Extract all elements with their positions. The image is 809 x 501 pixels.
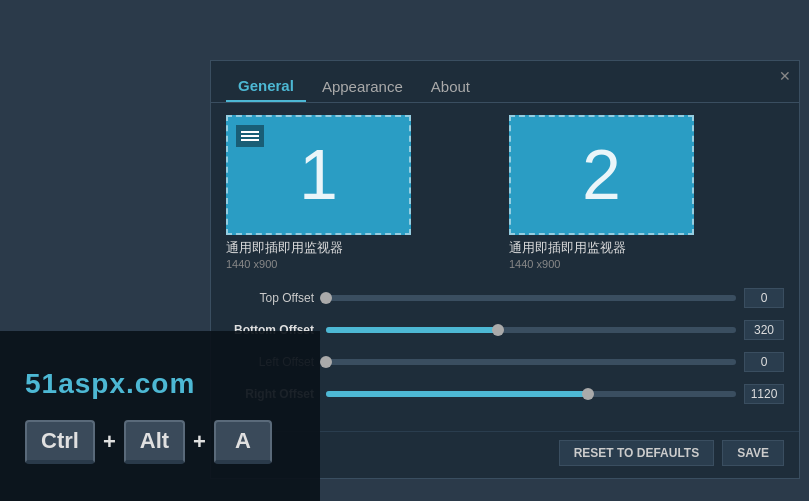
key-ctrl: Ctrl bbox=[25, 420, 95, 464]
tab-appearance[interactable]: Appearance bbox=[310, 72, 415, 101]
key-alt: Alt bbox=[124, 420, 185, 464]
monitor-sublabel-1: 1440 x900 bbox=[226, 258, 501, 270]
plus-sign-1: + bbox=[103, 429, 116, 455]
slider-value-right: 1120 bbox=[744, 384, 784, 404]
slider-track-top[interactable] bbox=[326, 295, 736, 301]
monitor-label-1: 通用即插即用监视器 bbox=[226, 239, 501, 257]
plus-sign-2: + bbox=[193, 429, 206, 455]
shortcut-row: Ctrl + Alt + A bbox=[25, 420, 272, 464]
monitor-number-2: 2 bbox=[582, 135, 621, 215]
tab-about[interactable]: About bbox=[419, 72, 482, 101]
slider-row-top: Top Offset 0 bbox=[226, 288, 784, 308]
monitor-row: 1 通用即插即用监视器 1440 x900 2 通用即插即用监视器 1440 x… bbox=[226, 115, 784, 270]
monitor-preview-1[interactable]: 1 bbox=[226, 115, 411, 235]
overlay-panel: 51aspx.com Ctrl + Alt + A bbox=[0, 331, 320, 501]
slider-track-left[interactable] bbox=[326, 359, 736, 365]
slider-value-bottom: 320 bbox=[744, 320, 784, 340]
close-icon[interactable]: ✕ bbox=[779, 69, 791, 83]
monitor-sublabel-2: 1440 x900 bbox=[509, 258, 784, 270]
tab-bar: General Appearance About ✕ bbox=[211, 61, 799, 103]
monitor-list-icon bbox=[236, 125, 264, 147]
monitor-item-2: 2 通用即插即用监视器 1440 x900 bbox=[509, 115, 784, 270]
slider-value-left: 0 bbox=[744, 352, 784, 372]
slider-track-right[interactable] bbox=[326, 391, 736, 397]
monitor-preview-2[interactable]: 2 bbox=[509, 115, 694, 235]
slider-value-top: 0 bbox=[744, 288, 784, 308]
save-button[interactable]: SAVE bbox=[722, 440, 784, 466]
watermark-label: 51aspx.com bbox=[25, 368, 195, 400]
tab-general[interactable]: General bbox=[226, 71, 306, 102]
monitor-item-1: 1 通用即插即用监视器 1440 x900 bbox=[226, 115, 501, 270]
slider-track-bottom[interactable] bbox=[326, 327, 736, 333]
key-a: A bbox=[214, 420, 272, 464]
reset-to-defaults-button[interactable]: RESET TO DEFAULTS bbox=[559, 440, 715, 466]
slider-label-top: Top Offset bbox=[226, 291, 326, 305]
monitor-label-2: 通用即插即用监视器 bbox=[509, 239, 784, 257]
monitor-number-1: 1 bbox=[299, 135, 338, 215]
